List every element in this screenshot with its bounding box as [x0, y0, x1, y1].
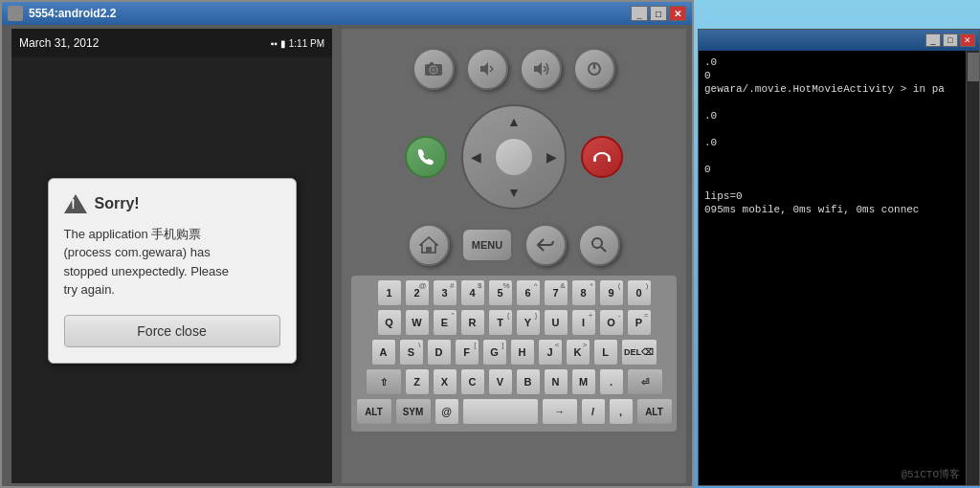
- scrollbar-thumb[interactable]: [968, 53, 979, 81]
- force-close-button[interactable]: Force close: [64, 315, 280, 347]
- camera-button[interactable]: [412, 48, 455, 90]
- key-6[interactable]: 6^: [516, 279, 541, 306]
- term-line-6: [704, 123, 973, 135]
- svg-rect-14: [593, 158, 596, 162]
- dpad-left[interactable]: ◀: [471, 149, 481, 165]
- maximize-button[interactable]: □: [650, 6, 667, 21]
- key-f[interactable]: F[: [455, 339, 479, 366]
- key-0[interactable]: 0): [627, 279, 652, 306]
- battery-icon: ▮: [280, 38, 286, 49]
- status-time: 1:11 PM: [289, 38, 324, 49]
- term-line-7: .0: [704, 137, 973, 148]
- back-button[interactable]: [524, 224, 567, 266]
- key-comma[interactable]: ,: [609, 398, 634, 425]
- key-k[interactable]: K>: [566, 339, 590, 366]
- menu-label: MENU: [472, 239, 502, 251]
- key-4[interactable]: 4$: [460, 279, 485, 306]
- key-e[interactable]: E": [433, 309, 457, 336]
- key-v[interactable]: V: [488, 368, 513, 395]
- key-s[interactable]: S\: [399, 339, 424, 366]
- key-1[interactable]: 1: [377, 279, 402, 306]
- key-7[interactable]: 7&: [544, 279, 568, 306]
- key-arrow-right[interactable]: →: [542, 398, 578, 425]
- dpad-area: ▲ ▼ ◀ ▶: [405, 100, 623, 214]
- volume-up-button[interactable]: [520, 48, 562, 90]
- dpad[interactable]: ▲ ▼ ◀ ▶: [457, 100, 571, 214]
- key-n[interactable]: N: [544, 368, 568, 395]
- keyboard: 1 2@ 3# 4$ 5% 6^ 7& 8* 9( 0) Q W E" R T{…: [351, 276, 677, 432]
- key-space[interactable]: [462, 398, 539, 425]
- key-i[interactable]: I+: [571, 309, 596, 336]
- home-button[interactable]: [408, 224, 450, 266]
- key-alt-left[interactable]: ALT: [356, 398, 392, 425]
- key-b[interactable]: B: [516, 368, 541, 395]
- error-dialog: ! Sorry! The application 手机购票(process co…: [48, 178, 297, 364]
- key-q[interactable]: Q: [377, 309, 402, 336]
- svg-line-9: [544, 69, 546, 72]
- terminal-maximize-button[interactable]: □: [943, 33, 958, 47]
- key-shift[interactable]: ⇧: [366, 368, 402, 395]
- title-bar: 5554:android2.2 _ □ ✕: [2, 2, 692, 25]
- search-button[interactable]: [578, 224, 620, 266]
- key-j[interactable]: J<: [538, 339, 563, 366]
- keyboard-row-2: Q W E" R T{ Y} U I+ O- P=: [355, 309, 673, 336]
- svg-rect-15: [608, 158, 611, 162]
- error-message: The application 手机购票(process com.gewara)…: [64, 225, 280, 299]
- controls-panel: ▲ ▼ ◀ ▶: [342, 29, 686, 483]
- key-r[interactable]: R: [460, 309, 485, 336]
- key-9[interactable]: 9(: [599, 279, 624, 306]
- minimize-button[interactable]: _: [631, 6, 648, 21]
- key-z[interactable]: Z: [405, 368, 430, 395]
- call-button[interactable]: [405, 136, 447, 178]
- menu-button[interactable]: MENU: [461, 228, 513, 262]
- key-8[interactable]: 8*: [571, 279, 596, 306]
- terminal-title-buttons: _ □ ✕: [925, 33, 975, 47]
- phone-content: ! Sorry! The application 手机购票(process co…: [11, 57, 332, 483]
- key-o[interactable]: O-: [599, 309, 624, 336]
- dpad-down[interactable]: ▼: [507, 185, 521, 200]
- dpad-up[interactable]: ▲: [507, 114, 521, 129]
- keyboard-row-5: ALT SYM @ → / , ALT: [355, 398, 673, 425]
- dpad-outer[interactable]: ▲ ▼ ◀ ▶: [461, 104, 567, 210]
- key-5[interactable]: 5%: [488, 279, 513, 306]
- key-m[interactable]: M: [571, 368, 596, 395]
- key-del[interactable]: DEL⌫: [621, 339, 657, 366]
- volume-down-button[interactable]: [466, 48, 508, 90]
- status-date: March 31, 2012: [19, 36, 99, 50]
- key-x[interactable]: X: [433, 368, 457, 395]
- key-slash[interactable]: /: [581, 398, 606, 425]
- key-a[interactable]: A: [371, 339, 396, 366]
- terminal-window: _ □ ✕ .0 0 gewara/.movie.HotMovieActivit…: [698, 29, 980, 486]
- key-2[interactable]: 2@: [405, 279, 430, 306]
- title-bar-left: 5554:android2.2: [8, 6, 116, 21]
- key-l[interactable]: L: [593, 339, 618, 366]
- key-c[interactable]: C: [460, 368, 485, 395]
- close-button[interactable]: ✕: [669, 6, 686, 21]
- dpad-center[interactable]: [495, 138, 533, 176]
- key-y[interactable]: Y}: [516, 309, 541, 336]
- key-period[interactable]: .: [599, 368, 624, 395]
- key-p[interactable]: P=: [627, 309, 652, 336]
- key-h[interactable]: H: [510, 339, 535, 366]
- svg-line-11: [546, 69, 548, 75]
- key-w[interactable]: W: [405, 309, 430, 336]
- term-line-2: 0: [704, 70, 973, 81]
- power-button[interactable]: [573, 48, 615, 90]
- terminal-scrollbar[interactable]: [966, 51, 979, 485]
- terminal-close-button[interactable]: ✕: [960, 33, 975, 47]
- key-3[interactable]: 3#: [433, 279, 457, 306]
- key-alt-right[interactable]: ALT: [636, 398, 673, 425]
- error-title: ! Sorry!: [64, 194, 280, 213]
- dpad-right[interactable]: ▶: [546, 149, 557, 165]
- key-d[interactable]: D: [427, 339, 452, 366]
- key-at[interactable]: @: [434, 398, 459, 425]
- key-u[interactable]: U: [544, 309, 568, 336]
- svg-line-6: [490, 69, 493, 72]
- key-t[interactable]: T{: [488, 309, 513, 336]
- key-sym[interactable]: SYM: [395, 398, 432, 425]
- key-g[interactable]: G]: [482, 339, 507, 366]
- terminal-minimize-button[interactable]: _: [925, 33, 941, 47]
- svg-marker-4: [480, 62, 488, 76]
- end-call-button[interactable]: [581, 136, 623, 178]
- key-enter[interactable]: ⏎: [627, 368, 663, 395]
